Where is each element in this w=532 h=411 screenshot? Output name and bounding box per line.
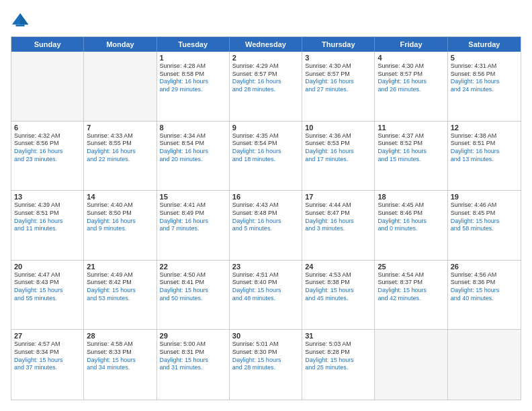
sunrise-line: Sunrise: 4:28 AM [160, 62, 226, 71]
sunrise-line: Sunrise: 4:31 AM [451, 62, 518, 71]
daylight-line-2: and 23 minutes. [14, 156, 81, 164]
day-number: 9 [232, 124, 299, 132]
daylight-line-1: Daylight: 16 hours [378, 78, 444, 86]
daylight-line-1: Daylight: 16 hours [87, 148, 153, 156]
daylight-line-2: and 50 minutes. [160, 295, 226, 303]
sunrise-line: Sunrise: 4:47 AM [14, 271, 81, 279]
daylight-line-2: and 11 minutes. [14, 225, 81, 233]
daylight-line-1: Daylight: 16 hours [378, 218, 444, 226]
sunrise-line: Sunrise: 4:39 AM [14, 201, 81, 210]
sunrise-line: Sunrise: 4:41 AM [160, 201, 226, 210]
daylight-line-1: Daylight: 16 hours [451, 148, 518, 156]
sunrise-line: Sunrise: 4:54 AM [378, 271, 444, 279]
day-number: 14 [87, 193, 153, 201]
sunrise-line: Sunrise: 4:34 AM [160, 132, 226, 140]
daylight-line-2: and 22 minutes. [87, 156, 153, 164]
sunrise-line: Sunrise: 4:46 AM [451, 201, 518, 210]
day-number: 20 [14, 263, 81, 271]
sunrise-line: Sunrise: 4:45 AM [378, 201, 444, 210]
sunset-line: Sunset: 8:31 PM [160, 349, 226, 357]
daylight-line-1: Daylight: 16 hours [160, 218, 226, 226]
daylight-line-2: and 5 minutes. [232, 225, 299, 233]
calendar-cell-22: 22Sunrise: 4:50 AMSunset: 8:41 PMDayligh… [157, 261, 230, 330]
daylight-line-2: and 17 minutes. [305, 156, 371, 164]
calendar-cell-3: 3Sunrise: 4:30 AMSunset: 8:57 PMDaylight… [302, 52, 375, 121]
sunrise-line: Sunrise: 4:56 AM [451, 271, 518, 279]
sunrise-line: Sunrise: 4:32 AM [14, 132, 81, 140]
calendar-cell-9: 9Sunrise: 4:35 AMSunset: 8:54 PMDaylight… [230, 122, 302, 191]
day-number: 29 [160, 332, 226, 340]
calendar-cell-4: 4Sunrise: 4:30 AMSunset: 8:57 PMDaylight… [375, 52, 447, 121]
sunset-line: Sunset: 8:48 PM [232, 210, 299, 218]
day-number: 26 [451, 263, 518, 271]
day-number: 5 [451, 54, 518, 62]
sunset-line: Sunset: 8:36 PM [451, 279, 518, 287]
daylight-line-2: and 53 minutes. [87, 295, 153, 303]
daylight-line-2: and 18 minutes. [232, 156, 299, 164]
calendar-cell-14: 14Sunrise: 4:40 AMSunset: 8:50 PMDayligh… [84, 191, 157, 260]
sunrise-line: Sunrise: 4:50 AM [160, 271, 226, 279]
calendar-row-4: 27Sunrise: 4:57 AMSunset: 8:34 PMDayligh… [11, 330, 521, 400]
daylight-line-1: Daylight: 15 hours [160, 287, 226, 295]
svg-marker-1 [20, 13, 28, 25]
sunset-line: Sunset: 8:56 PM [451, 71, 518, 79]
day-number: 6 [14, 124, 81, 132]
calendar-cell-7: 7Sunrise: 4:33 AMSunset: 8:55 PMDaylight… [84, 122, 157, 191]
calendar-cell-empty-0-0 [11, 52, 84, 121]
day-number: 19 [451, 193, 518, 201]
daylight-line-2: and 42 minutes. [378, 295, 444, 303]
calendar-cell-1: 1Sunrise: 4:28 AMSunset: 8:58 PMDaylight… [157, 52, 230, 121]
calendar-cell-26: 26Sunrise: 4:56 AMSunset: 8:36 PMDayligh… [448, 261, 521, 330]
day-number: 3 [305, 54, 371, 62]
daylight-line-2: and 28 minutes. [232, 364, 299, 372]
calendar-row-2: 13Sunrise: 4:39 AMSunset: 8:51 PMDayligh… [11, 191, 521, 261]
day-number: 22 [160, 263, 226, 271]
sunset-line: Sunset: 8:50 PM [87, 210, 153, 218]
weekday-header-tuesday: Tuesday [157, 37, 230, 52]
sunset-line: Sunset: 8:43 PM [14, 279, 81, 287]
calendar-cell-5: 5Sunrise: 4:31 AMSunset: 8:56 PMDaylight… [448, 52, 521, 121]
day-number: 13 [14, 193, 81, 201]
daylight-line-2: and 31 minutes. [160, 364, 226, 372]
sunrise-line: Sunrise: 4:43 AM [232, 201, 299, 210]
sunrise-line: Sunrise: 4:51 AM [232, 271, 299, 279]
calendar-cell-8: 8Sunrise: 4:34 AMSunset: 8:54 PMDaylight… [157, 122, 230, 191]
day-number: 21 [87, 263, 153, 271]
day-number: 30 [232, 332, 299, 340]
sunset-line: Sunset: 8:28 PM [305, 349, 371, 357]
daylight-line-1: Daylight: 16 hours [232, 148, 299, 156]
sunset-line: Sunset: 8:38 PM [305, 279, 371, 287]
sunset-line: Sunset: 8:58 PM [160, 71, 226, 79]
day-number: 10 [305, 124, 371, 132]
calendar-cell-empty-4-6 [448, 330, 521, 400]
daylight-line-2: and 15 minutes. [378, 156, 444, 164]
calendar-cell-6: 6Sunrise: 4:32 AMSunset: 8:56 PMDaylight… [11, 122, 84, 191]
sunset-line: Sunset: 8:57 PM [378, 71, 444, 79]
sunrise-line: Sunrise: 4:33 AM [87, 132, 153, 140]
day-number: 18 [378, 193, 444, 201]
day-number: 11 [378, 124, 444, 132]
daylight-line-1: Daylight: 15 hours [87, 287, 153, 295]
daylight-line-1: Daylight: 16 hours [378, 148, 444, 156]
daylight-line-2: and 25 minutes. [305, 364, 371, 372]
sunrise-line: Sunrise: 5:00 AM [160, 340, 226, 349]
sunrise-line: Sunrise: 4:36 AM [305, 132, 371, 140]
calendar-cell-29: 29Sunrise: 5:00 AMSunset: 8:31 PMDayligh… [157, 330, 230, 400]
day-number: 25 [378, 263, 444, 271]
calendar-cell-18: 18Sunrise: 4:45 AMSunset: 8:46 PMDayligh… [375, 191, 447, 260]
day-number: 17 [305, 193, 371, 201]
calendar-cell-28: 28Sunrise: 4:58 AMSunset: 8:33 PMDayligh… [84, 330, 157, 400]
daylight-line-1: Daylight: 15 hours [305, 357, 371, 365]
calendar-cell-empty-4-5 [375, 330, 447, 400]
calendar-cell-13: 13Sunrise: 4:39 AMSunset: 8:51 PMDayligh… [11, 191, 84, 260]
day-number: 4 [378, 54, 444, 62]
daylight-line-1: Daylight: 16 hours [14, 148, 81, 156]
daylight-line-1: Daylight: 16 hours [451, 78, 518, 86]
calendar-row-3: 20Sunrise: 4:47 AMSunset: 8:43 PMDayligh… [11, 261, 521, 330]
day-number: 15 [160, 193, 226, 201]
sunset-line: Sunset: 8:34 PM [14, 349, 81, 357]
sunset-line: Sunset: 8:55 PM [87, 140, 153, 148]
sunset-line: Sunset: 8:57 PM [232, 71, 299, 79]
calendar-body: 1Sunrise: 4:28 AMSunset: 8:58 PMDaylight… [11, 52, 521, 400]
weekday-header-thursday: Thursday [302, 37, 375, 52]
